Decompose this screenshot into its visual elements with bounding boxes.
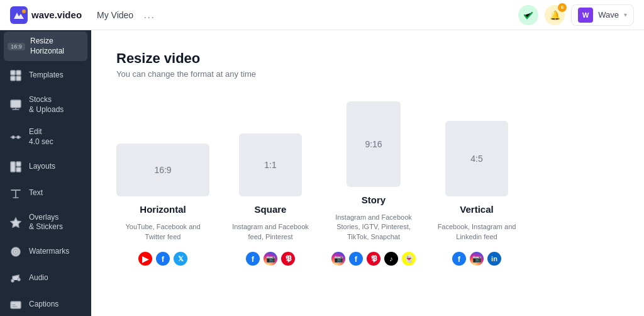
svg-rect-12: [16, 167, 21, 172]
sidebar-item-watermarks[interactable]: Watermarks: [0, 239, 91, 265]
format-shape-square: 1:1: [239, 133, 302, 196]
user-avatar: W: [578, 8, 593, 23]
format-shape-story: 9:16: [347, 101, 401, 187]
notif-badge: 6: [558, 3, 567, 12]
facebook-icon-v: f: [452, 252, 466, 266]
format-desc-horizontal: YouTube, Facebook and Twitter feed: [122, 222, 204, 242]
format-card-square[interactable]: 1:1 Square Instagram and Facebook feed, …: [230, 133, 311, 266]
main-content: Resize video You can change the format a…: [91, 30, 644, 316]
sidebar-item-templates[interactable]: Templates: [0, 62, 91, 89]
format-card-horizontal[interactable]: 16:9 Horizontal YouTube, Facebook and Tw…: [116, 144, 209, 266]
layouts-icon: [9, 160, 23, 174]
page-title: Resize video: [116, 50, 619, 67]
logo-text: wave.video: [31, 9, 82, 20]
sidebar-item-layouts[interactable]: Layouts: [0, 154, 91, 180]
sidebar-item-resize-label: ResizeHorizontal: [30, 37, 64, 56]
svg-rect-4: [16, 71, 21, 75]
save-check-button[interactable]: [518, 5, 538, 25]
instagram-icon-v: 📷: [470, 252, 484, 266]
sidebar-item-audio[interactable]: Audio: [0, 265, 91, 291]
pinterest-icon-st: 𝕻: [367, 252, 380, 266]
user-name: Wave: [598, 10, 619, 20]
svg-rect-18: [11, 302, 21, 308]
format-name-vertical: Vertical: [460, 204, 493, 215]
format-shape-vertical: 4:5: [445, 121, 508, 196]
social-icons-square: f 📷 𝕻: [246, 252, 295, 266]
svg-point-2: [22, 9, 26, 13]
format-grid: 16:9 Horizontal YouTube, Facebook and Tw…: [116, 101, 619, 266]
facebook-icon-st: f: [349, 252, 363, 266]
text-icon: [9, 186, 23, 200]
watermarks-icon: [9, 245, 23, 259]
format-name-horizontal: Horizontal: [140, 204, 186, 215]
notif-icon: 🔔: [550, 10, 560, 20]
format-desc-square: Instagram and Facebook feed, Pinterest: [230, 222, 311, 242]
edit-icon: [9, 130, 23, 144]
svg-rect-0: [10, 6, 28, 24]
header: wave.video My Video ... 🔔 6 W Wave ▾: [0, 0, 644, 30]
svg-rect-6: [16, 76, 21, 81]
overlays-icon: [9, 215, 23, 229]
svg-point-16: [11, 279, 14, 282]
social-icons-story: 📷 f 𝕻 ♪ 👻: [331, 252, 416, 266]
sidebar-item-overlays[interactable]: Overlays& Stickers: [0, 206, 91, 239]
format-card-vertical[interactable]: 4:5 Vertical Facebook, Instagram and Lin…: [436, 121, 518, 266]
header-actions: 🔔 6 W Wave ▾: [518, 4, 634, 26]
svg-point-15: [15, 251, 17, 252]
format-name-story: Story: [362, 195, 386, 205]
notifications-button[interactable]: 🔔 6: [545, 5, 565, 25]
facebook-icon-h: f: [156, 252, 170, 266]
format-card-story[interactable]: 9:16 Story Instagram and Facebook Storie…: [331, 101, 416, 266]
svg-rect-10: [11, 162, 15, 172]
instagram-icon-st: 📷: [331, 252, 345, 266]
sidebar-item-captions[interactable]: Captions: [0, 291, 91, 316]
sidebar-item-captions-label: Captions: [29, 300, 58, 310]
sidebar-item-edit[interactable]: Edit4.0 sec: [0, 121, 91, 153]
logo[interactable]: wave.video: [10, 6, 82, 24]
sidebar-item-text[interactable]: Text: [0, 180, 91, 206]
templates-icon: [9, 69, 23, 82]
sidebar-item-overlays-label: Overlays& Stickers: [29, 213, 63, 232]
twitter-icon: 𝕏: [174, 252, 187, 266]
user-menu-button[interactable]: W Wave ▾: [571, 4, 634, 26]
format-desc-story: Instagram and Facebook Stories, IGTV, Pi…: [333, 213, 414, 242]
linkedin-icon: in: [487, 252, 501, 266]
page-subtitle: You can change the format at any time: [116, 69, 619, 79]
captions-icon: [9, 298, 23, 312]
sidebar-item-stocks[interactable]: Stocks& Uploads: [0, 89, 91, 121]
more-options-button[interactable]: ...: [143, 8, 155, 21]
svg-rect-3: [11, 71, 15, 75]
sidebar-item-edit-label: Edit4.0 sec: [29, 127, 53, 147]
pinterest-icon-s: 𝕻: [281, 252, 295, 266]
stocks-icon: [9, 98, 23, 112]
format-desc-vertical: Facebook, Instagram and Linkedin feed: [436, 222, 518, 242]
sidebar-item-stocks-label: Stocks& Uploads: [29, 95, 64, 115]
youtube-icon: ▶: [138, 252, 152, 266]
audio-icon: [9, 271, 23, 285]
resize-icon: 16:9: [10, 40, 24, 54]
svg-point-17: [18, 278, 20, 281]
svg-rect-11: [16, 162, 21, 166]
snapchat-icon: 👻: [402, 252, 416, 266]
sidebar-item-text-label: Text: [29, 188, 43, 198]
chevron-down-icon: ▾: [624, 11, 627, 18]
sidebar-item-templates-label: Templates: [29, 71, 64, 81]
sidebar-item-audio-label: Audio: [29, 273, 48, 283]
sidebar: 16:9 ResizeHorizontal Templates: [0, 30, 91, 316]
instagram-icon-s: 📷: [264, 252, 277, 266]
social-icons-horizontal: ▶ f 𝕏: [138, 252, 187, 266]
app-layout: 16:9 ResizeHorizontal Templates: [0, 30, 644, 316]
facebook-icon-s: f: [246, 252, 260, 266]
sidebar-item-watermarks-label: Watermarks: [29, 247, 69, 257]
format-name-square: Square: [255, 204, 287, 215]
format-shape-horizontal: 16:9: [116, 144, 209, 196]
sidebar-item-layouts-label: Layouts: [29, 162, 55, 172]
svg-rect-7: [11, 100, 21, 108]
social-icons-vertical: f 📷 in: [452, 252, 501, 266]
video-title: My Video: [97, 10, 133, 20]
svg-rect-5: [11, 76, 15, 81]
sidebar-item-resize[interactable]: 16:9 ResizeHorizontal: [4, 31, 87, 61]
tiktok-icon: ♪: [384, 252, 398, 266]
